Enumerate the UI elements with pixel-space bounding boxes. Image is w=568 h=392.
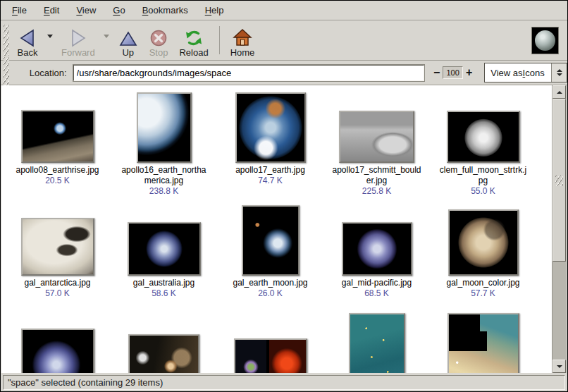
toolbar-drag-handle[interactable] [4, 25, 9, 56]
image-thumbnail[interactable] [234, 338, 307, 373]
file-name: clem_full_moon_strtrk.jpg [438, 165, 529, 186]
file-size: 238.8 K [149, 186, 178, 197]
view-mode-label: View as Icons [485, 63, 551, 82]
status-bar: "space" selected (containing 29 items) [1, 374, 567, 391]
globe-sphere-icon [535, 30, 555, 51]
file-size: 58.6 K [152, 288, 176, 299]
image-thumbnail[interactable] [448, 209, 519, 276]
file-icon[interactable]: apollo16_earth_northamerica.jpg 238.8 K [111, 85, 217, 197]
image-thumbnail[interactable] [128, 222, 201, 276]
menu-bar: File Edit View Go Bookmarks Help [1, 1, 567, 20]
file-size: 57.0 K [45, 288, 70, 299]
file-icon[interactable]: apollo17_schmitt_boulder.jpg 225.8 K [323, 85, 430, 197]
file-size: 57.7 K [471, 288, 495, 299]
image-thumbnail[interactable] [447, 111, 520, 163]
scrollbar-thumb[interactable] [552, 99, 566, 262]
file-icon[interactable]: clem_full_moon_strtrk.jpg 55.0 K [430, 85, 536, 197]
arrow-down-icon [557, 73, 562, 76]
file-icon[interactable]: apollo17_earth.jpg 74.7 K [217, 85, 323, 197]
location-label: Location: [30, 68, 67, 78]
scrollbar-grip [555, 175, 563, 186]
menu-edit[interactable]: Edit [35, 2, 68, 18]
back-label: Back [18, 47, 38, 58]
file-icon[interactable] [217, 299, 323, 373]
file-name: apollo08_earthrise.jpg [16, 165, 99, 176]
scroll-up-button[interactable] [552, 85, 566, 99]
file-name: gal_australia.jpg [133, 278, 195, 288]
throbber-icon [531, 27, 559, 54]
location-input[interactable] [73, 65, 424, 81]
toolbar-separator [219, 26, 220, 54]
image-thumbnail[interactable] [235, 92, 306, 163]
image-thumbnail[interactable] [21, 218, 94, 276]
file-icon[interactable]: apollo08_earthrise.jpg 20.5 K [4, 85, 111, 197]
back-icon [17, 26, 38, 47]
arrow-up-icon [557, 69, 562, 72]
up-label: Up [122, 47, 134, 58]
file-name: gal_earth_moon.jpg [233, 278, 307, 288]
file-icon[interactable]: gal_australia.jpg 58.6 K [111, 197, 217, 299]
reload-label: Reload [179, 47, 208, 58]
image-thumbnail[interactable] [137, 92, 192, 163]
file-icon[interactable] [4, 299, 111, 373]
icon-view[interactable]: apollo08_earthrise.jpg 20.5 K apollo16_e… [1, 85, 567, 373]
file-icon[interactable]: gal_mid-pacific.jpg 68.5 K [323, 197, 430, 299]
file-icon[interactable] [323, 299, 430, 373]
reload-button[interactable]: Reload [173, 22, 214, 59]
status-text: "space" selected (containing 29 items) [3, 375, 565, 390]
file-name: gal_antarctica.jpg [24, 278, 90, 288]
forward-label: Forward [61, 47, 95, 58]
stop-icon [149, 26, 168, 47]
file-icon[interactable]: gal_antarctica.jpg 57.0 K [4, 197, 111, 299]
image-thumbnail[interactable] [128, 334, 199, 373]
arrow-down-icon [557, 365, 562, 368]
home-label: Home [230, 47, 255, 58]
menu-view[interactable]: View [68, 2, 104, 18]
forward-button[interactable]: Forward [56, 22, 101, 59]
chevron-down-icon [104, 35, 109, 38]
location-bar-drag-handle[interactable] [4, 57, 9, 88]
image-thumbnail[interactable] [342, 222, 412, 276]
file-icon[interactable]: gal_moon_color.jpg 57.7 K [430, 197, 536, 299]
scroll-down-button[interactable] [552, 360, 566, 373]
menu-go[interactable]: Go [104, 2, 133, 18]
forward-history-dropdown[interactable] [101, 23, 113, 58]
home-button[interactable]: Home [225, 22, 261, 59]
file-size: 26.0 K [258, 288, 283, 299]
back-button[interactable]: Back [11, 22, 44, 59]
up-icon [118, 26, 138, 47]
image-thumbnail[interactable] [447, 313, 519, 373]
image-thumbnail[interactable] [21, 110, 94, 163]
stop-button[interactable]: Stop [144, 22, 174, 59]
menu-file[interactable]: File [4, 2, 35, 18]
home-icon [232, 26, 253, 47]
zoom-level-indicator: 100 [443, 66, 462, 79]
file-icon[interactable] [430, 299, 536, 373]
view-mode-dropdown[interactable]: View as Icons [484, 63, 567, 82]
vertical-scrollbar[interactable] [552, 85, 567, 373]
zoom-in-button[interactable]: + [463, 66, 475, 79]
file-icon[interactable] [111, 299, 217, 373]
image-thumbnail[interactable] [339, 111, 414, 163]
file-name: gal_moon_color.jpg [446, 278, 519, 288]
file-name: apollo17_schmitt_boulder.jpg [331, 165, 423, 186]
dropdown-arrows-icon[interactable] [551, 63, 567, 82]
forward-icon [68, 26, 89, 47]
back-history-dropdown[interactable] [44, 23, 56, 58]
up-button[interactable]: Up [113, 22, 144, 59]
location-bar: Location: − 100 + View as Icons [1, 61, 567, 85]
image-thumbnail[interactable] [21, 329, 94, 373]
menu-help[interactable]: Help [197, 2, 233, 18]
arrow-up-icon [557, 91, 562, 94]
file-size: 74.7 K [258, 176, 283, 186]
file-size: 68.5 K [364, 288, 389, 299]
reload-icon [183, 26, 204, 47]
file-size: 225.8 K [362, 186, 391, 197]
file-icon[interactable]: gal_earth_moon.jpg 26.0 K [217, 197, 323, 299]
menu-bookmarks[interactable]: Bookmarks [134, 2, 197, 18]
image-thumbnail[interactable] [242, 205, 300, 276]
stop-label: Stop [149, 47, 168, 58]
zoom-out-button[interactable]: − [431, 66, 443, 79]
image-thumbnail[interactable] [349, 313, 405, 373]
file-size: 55.0 K [471, 186, 495, 197]
